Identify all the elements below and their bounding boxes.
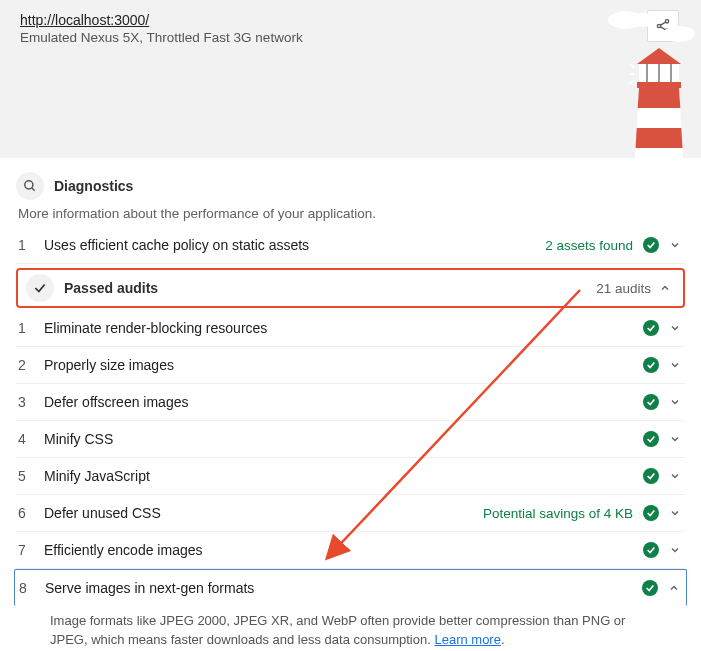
row-detail: 2 assets found <box>545 238 633 253</box>
chevron-icon[interactable] <box>669 507 681 519</box>
chevron-icon[interactable] <box>669 322 681 334</box>
passed-audit-row[interactable]: 2Properly size images <box>16 347 685 384</box>
row-label: Uses efficient cache policy on static as… <box>44 237 545 253</box>
row-number: 1 <box>16 237 44 253</box>
row-number: 2 <box>16 357 44 373</box>
passed-audit-row[interactable]: 1Eliminate render-blocking resources <box>16 310 685 347</box>
report-url[interactable]: http://localhost:3000/ <box>20 12 681 28</box>
chevron-icon[interactable] <box>669 359 681 371</box>
passed-audits-toggle[interactable]: Passed audits 21 audits <box>16 268 685 308</box>
row-label: Minify JavaScript <box>44 468 643 484</box>
lighthouse-illustration <box>629 48 689 158</box>
chevron-down-icon[interactable] <box>669 239 681 251</box>
row-label: Eliminate render-blocking resources <box>44 320 643 336</box>
passed-audit-row[interactable]: 7Efficiently encode images <box>16 532 685 569</box>
row-detail: Potential savings of 4 KB <box>483 506 633 521</box>
pass-badge-icon <box>643 542 659 558</box>
check-icon <box>26 274 54 302</box>
audit-description: Image formats like JPEG 2000, JPEG XR, a… <box>16 606 685 651</box>
diagnostics-title: Diagnostics <box>54 178 133 194</box>
pass-badge-icon <box>643 468 659 484</box>
row-label: Minify CSS <box>44 431 643 447</box>
svg-line-21 <box>32 188 35 191</box>
clouds-decoration <box>601 6 701 46</box>
row-label: Properly size images <box>44 357 643 373</box>
chevron-up-icon <box>659 282 671 294</box>
pass-badge-icon <box>643 431 659 447</box>
row-label: Defer unused CSS <box>44 505 483 521</box>
chevron-icon[interactable] <box>668 582 680 594</box>
diagnostics-subtitle: More information about the performance o… <box>18 206 685 221</box>
chevron-icon[interactable] <box>669 544 681 556</box>
pass-badge-icon <box>643 357 659 373</box>
row-label: Serve images in next-gen formats <box>45 580 642 596</box>
pass-badge-icon <box>642 580 658 596</box>
pass-badge-icon <box>643 394 659 410</box>
diagnostics-row[interactable]: 1 Uses efficient cache policy on static … <box>16 227 685 264</box>
svg-point-20 <box>25 181 33 189</box>
passed-audit-row[interactable]: 4Minify CSS <box>16 421 685 458</box>
svg-point-6 <box>631 13 655 27</box>
learn-more-link[interactable]: Learn more <box>434 632 500 647</box>
passed-audits-count: 21 audits <box>596 281 651 296</box>
svg-point-7 <box>663 26 695 42</box>
passed-audit-row[interactable]: 6Defer unused CSSPotential savings of 4 … <box>16 495 685 532</box>
row-number: 3 <box>16 394 44 410</box>
svg-marker-15 <box>638 88 681 108</box>
svg-marker-8 <box>637 48 681 64</box>
report-header: http://localhost:3000/ Emulated Nexus 5X… <box>0 0 701 158</box>
passed-audits-title: Passed audits <box>64 280 596 296</box>
passed-audit-row[interactable]: 8Serve images in next-gen formats <box>14 569 687 606</box>
diagnostics-section-header: Diagnostics <box>16 172 685 200</box>
svg-rect-13 <box>637 82 681 88</box>
row-number: 7 <box>16 542 44 558</box>
row-number: 1 <box>16 320 44 336</box>
row-number: 6 <box>16 505 44 521</box>
svg-marker-16 <box>636 128 683 148</box>
chevron-icon[interactable] <box>669 433 681 445</box>
svg-line-19 <box>629 80 635 88</box>
audit-description-text: Image formats like JPEG 2000, JPEG XR, a… <box>50 613 625 647</box>
row-number: 4 <box>16 431 44 447</box>
pass-badge-icon <box>643 505 659 521</box>
row-label: Defer offscreen images <box>44 394 643 410</box>
search-icon <box>16 172 44 200</box>
chevron-icon[interactable] <box>669 470 681 482</box>
svg-line-18 <box>629 60 635 68</box>
passed-audit-row[interactable]: 3Defer offscreen images <box>16 384 685 421</box>
row-number: 5 <box>16 468 44 484</box>
pass-badge-icon <box>643 320 659 336</box>
row-label: Efficiently encode images <box>44 542 643 558</box>
pass-badge-icon <box>643 237 659 253</box>
row-number: 8 <box>17 580 45 596</box>
emulation-info: Emulated Nexus 5X, Throttled Fast 3G net… <box>20 30 681 45</box>
passed-audit-row[interactable]: 5Minify JavaScript <box>16 458 685 495</box>
chevron-icon[interactable] <box>669 396 681 408</box>
